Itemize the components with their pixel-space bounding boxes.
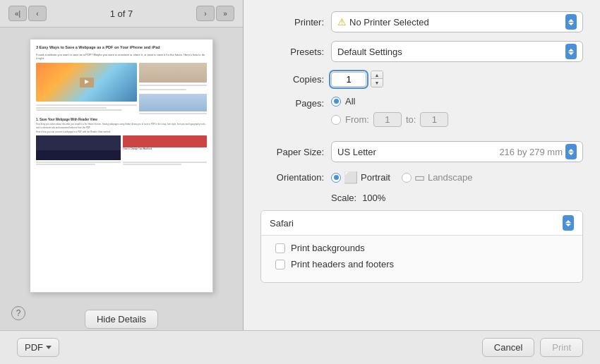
safari-spinner-down — [565, 224, 571, 226]
hide-details-button[interactable]: Hide Details — [85, 310, 158, 329]
copies-input[interactable]: 1 — [331, 72, 366, 87]
pages-all-radio-row: All — [331, 96, 355, 107]
landscape-icon: ▭ — [414, 171, 425, 184]
copies-decrement[interactable]: ▼ — [371, 79, 383, 87]
preview-body1: First thing you notice about this after … — [36, 123, 207, 128]
paper-spinner-down — [568, 152, 574, 155]
orientation-portrait-radio[interactable] — [331, 173, 341, 183]
orientation-label: Orientation: — [260, 172, 324, 183]
orientation-landscape-radio[interactable] — [402, 173, 412, 183]
paper-size-value: US Letter — [337, 147, 496, 157]
paper-size-dims: 216 by 279 mm — [499, 147, 563, 157]
preview-body2: Here's how you can convert a webpage to … — [36, 131, 207, 133]
safari-section: Safari Print backgrounds Print headers a… — [260, 210, 583, 283]
preview-article-title: 3 Easy Ways to Save a Webpage as a PDF o… — [36, 45, 207, 51]
scale-label: Scale: — [331, 193, 356, 203]
pages-all-radio[interactable] — [331, 97, 341, 107]
safari-app-label: Safari — [270, 218, 560, 229]
safari-options: Print backgrounds Print headers and foot… — [261, 236, 582, 282]
orientation-landscape-label: Landscape — [428, 172, 473, 183]
preview-article-subtitle: Found a website you want to save as a PD… — [36, 53, 207, 60]
printer-row: Printer: ⚠ No Printer Selected — [260, 11, 583, 32]
pages-to-input[interactable]: 1 — [420, 112, 448, 127]
next-page-button[interactable]: › — [196, 6, 215, 21]
pdf-dropdown-icon — [46, 346, 52, 349]
paper-spinner-up — [568, 149, 574, 152]
orientation-row: Orientation: ⬜ Portrait ▭ Landscape — [260, 171, 583, 184]
printer-value: No Printer Selected — [349, 17, 563, 28]
pdf-label: PDF — [25, 342, 43, 353]
presets-spinner-up — [568, 49, 574, 51]
last-page-button[interactable]: » — [216, 6, 234, 21]
paper-size-row: Paper Size: US Letter 216 by 279 mm — [260, 141, 583, 162]
orientation-portrait-label: Portrait — [361, 172, 390, 183]
pages-from-input[interactable]: 1 — [373, 112, 402, 127]
pages-row: Pages: All From: 1 to: 1 — [260, 96, 583, 127]
paper-size-spinner[interactable] — [565, 144, 577, 159]
printer-label: Printer: — [260, 17, 324, 28]
first-page-button[interactable]: «| — [8, 6, 27, 21]
copies-stepper: ▲ ▼ — [371, 71, 383, 87]
bottom-bar: PDF Cancel Print — [0, 330, 600, 364]
page-indicator: 1 of 7 — [110, 8, 133, 19]
copies-row: Copies: 1 ▲ ▼ — [260, 71, 583, 87]
print-button[interactable]: Print — [540, 338, 583, 357]
presets-label: Presets: — [260, 47, 324, 57]
print-headers-label: Print headers and footers — [291, 259, 394, 269]
print-backgrounds-row: Print backgrounds — [275, 243, 568, 253]
print-headers-row: Print headers and footers — [275, 259, 568, 269]
warning-icon: ⚠ — [337, 16, 347, 28]
paper-size-label: Paper Size: — [260, 147, 324, 157]
safari-spinner-up — [565, 220, 571, 223]
portrait-icon: ⬜ — [344, 171, 358, 184]
prev-page-button[interactable]: ‹ — [28, 6, 47, 21]
pages-from-radio[interactable] — [331, 115, 341, 125]
pdf-button[interactable]: PDF — [17, 338, 59, 357]
settings-panel: Printer: ⚠ No Printer Selected Presets: … — [244, 0, 600, 330]
page-preview: 3 Easy Ways to Save a Webpage as a PDF o… — [30, 39, 213, 293]
cancel-button[interactable]: Cancel — [482, 338, 534, 357]
presets-row: Presets: Default Settings — [260, 41, 583, 62]
print-backgrounds-label: Print backgrounds — [291, 243, 365, 253]
safari-spinner[interactable] — [563, 215, 574, 231]
presets-spinner-down — [568, 52, 574, 55]
copies-label: Copies: — [260, 74, 324, 85]
presets-select[interactable]: Default Settings — [331, 41, 583, 62]
presets-value: Default Settings — [337, 47, 563, 57]
help-button[interactable]: ? — [11, 306, 25, 320]
print-backgrounds-checkbox[interactable] — [275, 243, 285, 253]
scale-value: 100% — [362, 193, 385, 203]
pages-label: Pages: — [260, 98, 324, 109]
pages-to-label: to: — [406, 114, 416, 125]
copies-increment[interactable]: ▲ — [371, 71, 383, 79]
printer-select[interactable]: ⚠ No Printer Selected — [331, 11, 583, 32]
preview-section-title: 1. Save Your Webpage With Reader View — [36, 118, 207, 122]
printer-spinner[interactable] — [565, 14, 577, 30]
pages-all-label: All — [345, 96, 355, 107]
safari-header: Safari — [261, 211, 582, 236]
print-headers-checkbox[interactable] — [275, 260, 285, 269]
spinner-down-icon — [568, 23, 574, 25]
paper-size-select[interactable]: US Letter 216 by 279 mm — [331, 141, 583, 162]
presets-spinner[interactable] — [565, 44, 577, 59]
spinner-up-icon — [568, 19, 574, 22]
pages-from-label: From: — [345, 114, 369, 125]
